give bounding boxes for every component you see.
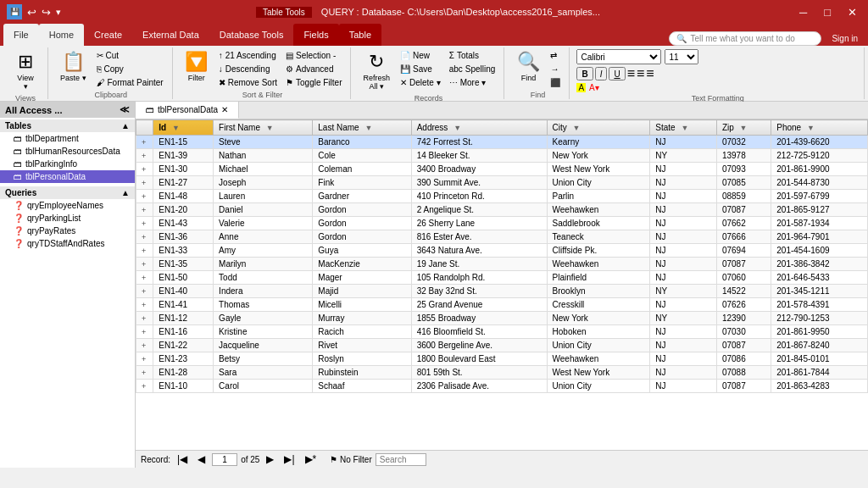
minimize-btn[interactable]: ─ — [795, 6, 811, 19]
queries-header[interactable]: Queries ▲ — [0, 186, 135, 199]
expand-cell[interactable]: + — [136, 258, 153, 271]
font-color-btn[interactable]: A▾ — [587, 83, 601, 92]
paste-btn[interactable]: 📋 Paste ▾ — [55, 49, 92, 84]
maximize-btn[interactable]: □ — [820, 6, 835, 19]
state-col-header[interactable]: State ▼ — [650, 120, 717, 136]
cut-btn[interactable]: ✂ Cut — [93, 49, 167, 62]
sidebar-item-tblParkingInfo[interactable]: 🗃 tblParkingInfo — [0, 158, 135, 170]
expand-cell[interactable]: + — [136, 325, 153, 339]
next-record-btn[interactable]: ▶ — [263, 452, 277, 466]
sidebar-collapse-btn[interactable]: ≪ — [120, 104, 130, 115]
table-row[interactable]: + EN1-50 Todd Mager 105 Randolph Rd. Pla… — [136, 271, 868, 285]
refresh-all-btn[interactable]: ↻ Refresh All ▾ — [358, 49, 395, 92]
save-icon[interactable]: 💾 — [7, 4, 22, 19]
replace-btn[interactable]: ⇄ — [547, 49, 564, 62]
sidebar-item-qryEmployeeNames[interactable]: ❓ qryEmployeeNames — [0, 199, 135, 212]
expand-cell[interactable]: + — [136, 190, 153, 203]
totals-btn[interactable]: Σ Totals — [446, 49, 499, 62]
id-col-header[interactable]: Id ▼ — [153, 120, 214, 136]
align-right-btn[interactable]: ≡ — [646, 66, 654, 81]
selection-btn[interactable]: ▤ Selection - — [282, 49, 345, 62]
table-row[interactable]: + EN1-27 Joseph Fink 390 Summit Ave. Uni… — [136, 176, 868, 190]
last-record-btn[interactable]: ▶| — [281, 452, 298, 466]
expand-cell[interactable]: + — [136, 312, 153, 325]
content-tab-tblPersonalData[interactable]: 🗃 tblPersonalData ✕ — [136, 102, 239, 119]
expand-cell[interactable]: + — [136, 149, 153, 163]
tab-create[interactable]: Create — [84, 24, 132, 46]
expand-cell[interactable]: + — [136, 163, 153, 176]
sidebar-item-qryPayRates[interactable]: ❓ qryPayRates — [0, 225, 135, 237]
highlight-btn[interactable]: A — [576, 83, 586, 92]
table-row[interactable]: + EN1-10 Carol Schaaf 2306 Palisade Ave.… — [136, 380, 868, 393]
find-btn[interactable]: 🔍 Find — [511, 49, 545, 84]
tab-external-data[interactable]: External Data — [132, 24, 209, 46]
city-col-header[interactable]: City ▼ — [547, 120, 650, 136]
tab-database-tools[interactable]: Database Tools — [209, 24, 294, 46]
expand-cell[interactable]: + — [136, 176, 153, 190]
sidebar-item-tblPersonalData[interactable]: 🗃 tblPersonalData — [0, 170, 135, 183]
underline-btn[interactable]: U — [609, 67, 625, 80]
firstname-col-header[interactable]: First Name ▼ — [214, 120, 313, 136]
sidebar-item-qryTDStaffAndRates[interactable]: ❓ qryTDStaffAndRates — [0, 237, 135, 250]
spelling-btn[interactable]: abc Spelling — [446, 63, 499, 75]
sidebar-item-tblDepartment[interactable]: 🗃 tblDepartment — [0, 132, 135, 145]
goto-btn[interactable]: → — [547, 63, 564, 75]
sidebar-item-tblHumanResourcesData[interactable]: 🗃 tblHumanResourcesData — [0, 145, 135, 158]
current-record-input[interactable] — [212, 453, 237, 466]
toggle-filter-btn[interactable]: ⚑ Toggle Filter — [282, 76, 345, 89]
table-row[interactable]: + EN1-40 Indera Majid 32 Bay 32nd St. Br… — [136, 285, 868, 298]
tab-table[interactable]: Table — [339, 24, 381, 46]
table-row[interactable]: + EN1-15 Steve Baranco 742 Forrest St. K… — [136, 136, 868, 149]
expand-cell[interactable]: + — [136, 352, 153, 366]
search-nav-input[interactable] — [376, 453, 426, 466]
expand-cell[interactable]: + — [136, 366, 153, 380]
address-col-header[interactable]: Address ▼ — [411, 120, 547, 136]
copy-btn[interactable]: ⎘ Copy — [93, 63, 167, 75]
delete-btn[interactable]: ✕ Delete ▾ — [397, 76, 444, 89]
table-row[interactable]: + EN1-48 Lauren Gardner 410 Princeton Rd… — [136, 190, 868, 203]
close-btn[interactable]: ✕ — [843, 6, 861, 19]
new-record-nav-btn[interactable]: ▶* — [302, 452, 320, 466]
table-row[interactable]: + EN1-43 Valerie Gordon 26 Sherry Lane S… — [136, 217, 868, 230]
close-tab-btn[interactable]: ✕ — [221, 105, 228, 114]
expand-cell[interactable]: + — [136, 244, 153, 258]
table-row[interactable]: + EN1-20 Daniel Gordon 2 Angelique St. W… — [136, 203, 868, 217]
zip-col-header[interactable]: Zip ▼ — [716, 120, 771, 136]
font-select[interactable]: Calibri — [576, 49, 661, 64]
expand-cell[interactable]: + — [136, 380, 153, 393]
format-painter-btn[interactable]: 🖌 Format Painter — [93, 76, 167, 89]
table-row[interactable]: + EN1-23 Betsy Roslyn 1800 Boulevard Eas… — [136, 352, 868, 366]
expand-cell[interactable]: + — [136, 217, 153, 230]
align-left-btn[interactable]: ≡ — [627, 66, 635, 81]
table-row[interactable]: + EN1-39 Nathan Cole 14 Bleeker St. New … — [136, 149, 868, 163]
save-record-btn[interactable]: 💾 Save — [397, 63, 444, 75]
bold-btn[interactable]: B — [576, 67, 593, 80]
table-row[interactable]: + EN1-41 Thomas Micelli 25 Grand Avenue … — [136, 298, 868, 312]
expand-cell[interactable]: + — [136, 285, 153, 298]
tables-header[interactable]: Tables ▲ — [0, 119, 135, 132]
font-size-select[interactable]: 11 — [665, 49, 698, 64]
view-btn[interactable]: ⊞ View ▾ — [8, 49, 42, 92]
no-filter-badge[interactable]: ⚑ No Filter — [330, 455, 372, 464]
table-row[interactable]: + EN1-36 Anne Gordon 816 Ester Ave. Tean… — [136, 230, 868, 244]
tell-me-search[interactable]: 🔍 Tell me what you want to do — [669, 31, 821, 46]
expand-cell[interactable]: + — [136, 339, 153, 352]
tab-file[interactable]: File — [3, 24, 39, 46]
phone-col-header[interactable]: Phone ▼ — [771, 120, 868, 136]
table-row[interactable]: + EN1-33 Amy Guya 3643 Natura Ave. Cliff… — [136, 244, 868, 258]
expand-cell[interactable]: + — [136, 203, 153, 217]
expand-cell[interactable]: + — [136, 136, 153, 149]
advanced-btn[interactable]: ⚙ Advanced — [282, 63, 345, 75]
select-btn[interactable]: ⬛ — [547, 76, 564, 89]
table-row[interactable]: + EN1-28 Sara Rubinstein 801 59th St. We… — [136, 366, 868, 380]
table-row[interactable]: + EN1-16 Kristine Racich 416 Bloomfield … — [136, 325, 868, 339]
remove-sort-btn[interactable]: ✖ Remove Sort — [215, 76, 281, 89]
table-row[interactable]: + EN1-12 Gayle Murray 1855 Broadway New … — [136, 312, 868, 325]
tab-home[interactable]: Home — [39, 24, 84, 46]
sidebar-item-qryParkingList[interactable]: ❓ qryParkingList — [0, 212, 135, 225]
expand-cell[interactable]: + — [136, 298, 153, 312]
table-row[interactable]: + EN1-30 Michael Coleman 3400 Broadway W… — [136, 163, 868, 176]
expand-cell[interactable]: + — [136, 271, 153, 285]
italic-btn[interactable]: I — [595, 67, 608, 80]
prev-record-btn[interactable]: ◀ — [194, 452, 209, 466]
